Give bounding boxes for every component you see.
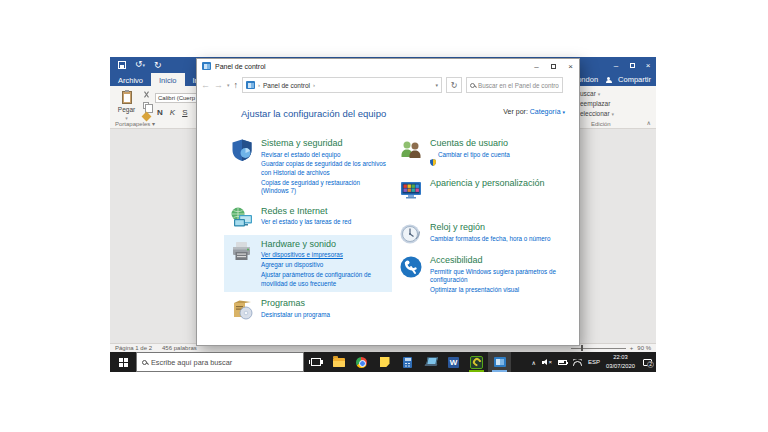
category-title-cuentas-de-usuario[interactable]: Cuentas de usuario xyxy=(430,138,571,148)
maximize-icon xyxy=(551,64,556,69)
cut-icon[interactable] xyxy=(143,91,150,98)
language-indicator[interactable]: ESP xyxy=(588,359,600,365)
category-column-left: Sistema y seguridad Revisar el estado de… xyxy=(224,134,392,327)
appearance-icon[interactable] xyxy=(399,178,423,202)
view-by-dropdown[interactable]: Categoría ▾ xyxy=(530,108,565,115)
save-icon[interactable] xyxy=(118,61,126,69)
mute-x-glyph: × xyxy=(548,358,552,366)
link-ver-dispositivos-impresoras[interactable]: Ver dispositivos e impresoras xyxy=(261,251,388,260)
italic-button[interactable]: K xyxy=(170,108,175,117)
status-page-count[interactable]: Página 1 de 2 xyxy=(115,345,152,351)
link-optimizar-presentacion[interactable]: Optimizar la presentación visual xyxy=(430,286,571,295)
link-desinstalar-programa[interactable]: Desinstalar un programa xyxy=(261,311,388,320)
zoom-slider-thumb[interactable] xyxy=(581,345,583,351)
view-by-label: Ver por: xyxy=(503,108,528,115)
zoom-controls: + 90 % xyxy=(571,345,651,351)
word-restore-button[interactable] xyxy=(624,57,640,73)
word-button[interactable]: W xyxy=(442,352,465,372)
category-title-programas[interactable]: Programas xyxy=(261,298,388,308)
cp-close-button[interactable]: × xyxy=(562,59,579,73)
volume-muted-icon[interactable]: × xyxy=(542,358,552,366)
link-copias-seguridad-restauracion[interactable]: Copias de seguridad y restauración (Wind… xyxy=(261,179,388,196)
breadcrumb-item-control-panel[interactable]: Panel de control xyxy=(263,82,310,89)
word-minimize-button[interactable]: – xyxy=(608,57,624,73)
printer-icon[interactable] xyxy=(230,239,254,263)
battery-icon[interactable] xyxy=(558,360,567,365)
hidden-icons-chevron-icon[interactable]: ∧ xyxy=(532,359,536,366)
task-view-button[interactable] xyxy=(304,352,327,372)
collapse-ribbon-icon[interactable]: ∧ xyxy=(647,119,651,126)
taskbar-search-input[interactable] xyxy=(151,358,298,367)
category-title-hardware-y-sonido[interactable]: Hardware y sonido xyxy=(261,239,388,249)
bold-button[interactable]: N xyxy=(157,108,163,117)
status-word-count[interactable]: 456 palabras xyxy=(162,345,197,351)
zoom-slider[interactable] xyxy=(571,348,626,349)
page-title: Ajustar la configuración del equipo xyxy=(241,108,386,119)
category-title-apariencia[interactable]: Apariencia y personalización xyxy=(430,178,571,188)
undo-icon[interactable]: ↺▾ xyxy=(135,60,145,70)
redo-icon[interactable]: ↻ xyxy=(154,61,162,70)
taskbar-search-box xyxy=(136,352,304,372)
link-agregar-dispositivo[interactable]: Agregar un dispositivo xyxy=(261,261,388,270)
file-explorer-button[interactable] xyxy=(327,352,350,372)
start-button[interactable] xyxy=(110,352,136,372)
tab-archivo[interactable]: Archivo xyxy=(110,73,151,86)
select-button[interactable]: eleccionar ▾ xyxy=(580,110,614,117)
clock[interactable]: 22:03 03/07/2020 xyxy=(606,353,635,370)
category-accessibility: Accesibilidad Permitir que Windows sugie… xyxy=(393,251,575,299)
category-title-reloj-y-region[interactable]: Reloj y región xyxy=(430,222,571,232)
network-icon[interactable] xyxy=(573,359,582,366)
cp-maximize-button[interactable] xyxy=(545,59,562,73)
word-icon: W xyxy=(448,357,459,368)
recent-pages-icon[interactable]: ▾ xyxy=(227,82,230,88)
back-icon[interactable]: ← xyxy=(201,80,210,90)
users-icon[interactable] xyxy=(399,138,423,162)
forward-icon[interactable]: → xyxy=(214,80,223,90)
taskbar: W ∧ × ESP 22:03 03/07/2020 2 xyxy=(110,352,656,372)
control-panel-button[interactable] xyxy=(488,352,511,372)
greenshot-button[interactable] xyxy=(465,352,488,372)
chrome-button[interactable] xyxy=(350,352,373,372)
underline-button[interactable]: S xyxy=(182,108,187,117)
up-icon[interactable]: ↑ xyxy=(234,80,239,90)
link-guardar-copias-seguridad[interactable]: Guardar copias de seguridad de los archi… xyxy=(261,160,388,177)
category-title-sistema-y-seguridad[interactable]: Sistema y seguridad xyxy=(261,138,388,148)
desktop: ↺▾ ↻ – × Archivo Inicio Inserta rondon C… xyxy=(110,57,656,372)
shield-icon[interactable] xyxy=(230,138,254,162)
word-close-button[interactable]: × xyxy=(640,57,656,73)
tab-inicio[interactable]: Inicio xyxy=(151,73,185,86)
zoom-level[interactable]: 90 % xyxy=(637,345,651,351)
restore-icon xyxy=(630,63,635,68)
calculator-button[interactable] xyxy=(396,352,419,372)
laptop-app-button[interactable] xyxy=(419,352,442,372)
paste-button[interactable]: Pegar ▾ xyxy=(113,89,140,124)
zoom-in-button[interactable]: + xyxy=(630,345,634,351)
category-title-redes-e-internet[interactable]: Redes e Internet xyxy=(261,206,388,216)
link-permitir-sugerencias[interactable]: Permitir que Windows sugiera parámetros … xyxy=(430,268,571,285)
clock-icon[interactable] xyxy=(399,222,423,246)
category-column-right: Cuentas de usuario Cambiar el tipo de cu… xyxy=(393,134,575,327)
category-title-accesibilidad[interactable]: Accesibilidad xyxy=(430,255,571,265)
programs-icon[interactable] xyxy=(230,298,254,322)
link-cambiar-formatos[interactable]: Cambiar formatos de fecha, hora o número xyxy=(430,235,571,244)
search-icon xyxy=(470,83,475,88)
copy-icon[interactable] xyxy=(143,102,149,109)
share-button[interactable]: Compartir xyxy=(618,75,651,84)
address-dropdown-icon[interactable]: ▾ xyxy=(436,82,439,88)
cp-minimize-button[interactable]: – xyxy=(528,59,545,73)
cp-search-input[interactable] xyxy=(478,82,559,89)
category-grid: Sistema y seguridad Revisar el estado de… xyxy=(224,134,579,327)
accessibility-icon[interactable] xyxy=(399,255,423,279)
font-name-value: Calibri (Cuerp xyxy=(158,95,195,101)
network-icon[interactable] xyxy=(230,206,254,230)
refresh-button[interactable]: ↻ xyxy=(446,77,462,93)
link-ver-estado-red[interactable]: Ver el estado y las tareas de red xyxy=(261,218,388,227)
sticky-notes-button[interactable] xyxy=(373,352,396,372)
link-revisar-estado-equipo[interactable]: Revisar el estado del equipo xyxy=(261,151,388,160)
link-ajustar-movilidad[interactable]: Ajustar parámetros de configuración de m… xyxy=(261,271,388,288)
action-center-icon[interactable]: 2 xyxy=(643,359,652,366)
link-cambiar-tipo-cuenta[interactable]: Cambiar el tipo de cuenta xyxy=(438,151,510,160)
find-button[interactable]: uscar ▾ xyxy=(580,90,614,97)
replace-button[interactable]: eemplazar xyxy=(580,100,614,107)
breadcrumb[interactable]: › Panel de control › ▾ xyxy=(242,77,442,93)
